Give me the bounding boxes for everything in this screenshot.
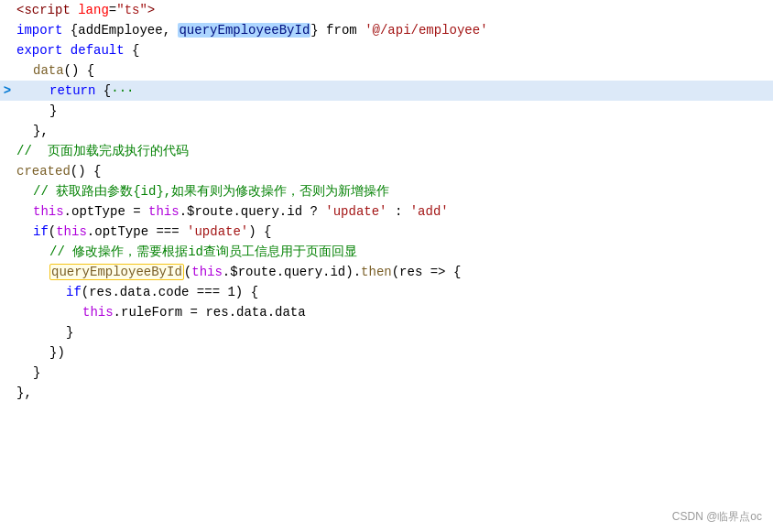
token-plain: { bbox=[95, 83, 111, 98]
code-line: queryEmployeeById(this.$route.query.id).… bbox=[0, 262, 773, 282]
code-line: created() { bbox=[0, 161, 773, 181]
token-kw2: this bbox=[191, 265, 223, 279]
code-line: if(this.optType === 'update') { bbox=[0, 222, 773, 242]
line-content: export default { bbox=[7, 40, 139, 60]
token-plain: }) bbox=[49, 345, 65, 360]
token-kw2: this bbox=[148, 204, 180, 219]
token-plain: addEmployee bbox=[78, 23, 162, 38]
token-kw: if bbox=[33, 224, 49, 239]
line-content: import {addEmployee, queryEmployeeById} … bbox=[7, 20, 488, 40]
code-line: } bbox=[0, 322, 773, 342]
token-comment: // 获取路由参数{id},如果有则为修改操作，否则为新增操作 bbox=[33, 184, 389, 199]
token-str: 'add' bbox=[410, 204, 449, 219]
token-plain: ( bbox=[49, 224, 56, 239]
token-plain: from bbox=[326, 23, 357, 38]
code-line: // 页面加载完成执行的代码 bbox=[0, 141, 773, 161]
token-str: '@/api/employee' bbox=[365, 23, 487, 38]
token-tag: > bbox=[147, 3, 155, 17]
line-content: <script lang="ts"> bbox=[7, 0, 155, 20]
token-comment: // 页面加载完成执行的代码 bbox=[16, 144, 189, 158]
token-highlight: queryEmployeeById bbox=[178, 23, 310, 38]
token-plain: (res => { bbox=[392, 265, 462, 279]
code-line: this.optType = this.$route.query.id ? 'u… bbox=[0, 201, 773, 222]
line-content: queryEmployeeById(this.$route.query.id).… bbox=[7, 262, 461, 282]
token-kw: if bbox=[66, 285, 82, 299]
code-line: // 修改操作，需要根据id查询员工信息用于页面回显 bbox=[0, 242, 773, 262]
line-content: }) bbox=[7, 342, 65, 363]
token-plain: } bbox=[33, 365, 40, 380]
token-plain bbox=[62, 43, 70, 58]
code-line: import {addEmployee, queryEmployeeById} … bbox=[0, 20, 773, 40]
line-content: // 修改操作，需要根据id查询员工信息用于页面回显 bbox=[7, 242, 357, 262]
watermark: CSDN @临界点oc bbox=[672, 509, 762, 525]
line-content: } bbox=[7, 101, 57, 121]
token-plain: ( bbox=[184, 265, 191, 279]
token-plain: } bbox=[310, 23, 326, 38]
code-line: }, bbox=[0, 121, 773, 141]
token-kw2: this bbox=[56, 224, 87, 239]
token-plain: .ruleForm = res.data.data bbox=[114, 305, 306, 320]
token-plain: { bbox=[125, 43, 140, 58]
token-plain: .$route.query.id ? bbox=[180, 204, 326, 219]
token-fn-highlight: queryEmployeeById bbox=[49, 264, 184, 280]
code-line: } bbox=[0, 363, 773, 383]
token-tag: <script bbox=[16, 3, 71, 17]
token-kw: import bbox=[16, 23, 62, 38]
token-kw2: this bbox=[82, 305, 114, 320]
token-plain: }, bbox=[16, 385, 32, 400]
token-plain: .optType === bbox=[87, 224, 187, 239]
token-comment: ··· bbox=[111, 83, 134, 98]
code-line: if(res.data.code === 1) { bbox=[0, 282, 773, 302]
token-plain: }, bbox=[33, 124, 49, 138]
token-fn: data bbox=[33, 63, 64, 78]
line-content: } bbox=[7, 363, 40, 383]
token-plain: = bbox=[109, 3, 116, 17]
token-fn: then bbox=[361, 265, 392, 279]
line-content: }, bbox=[7, 121, 49, 141]
token-plain bbox=[357, 23, 365, 38]
token-plain: .$route.query.id). bbox=[223, 265, 361, 279]
token-str: "ts" bbox=[116, 3, 147, 17]
token-kw: return bbox=[49, 83, 95, 98]
line-content: // 页面加载完成执行的代码 bbox=[7, 141, 189, 161]
token-plain: } bbox=[66, 325, 73, 340]
line-content: }, bbox=[7, 383, 32, 403]
token-plain: .optType = bbox=[64, 204, 148, 219]
code-line: <script lang="ts"> bbox=[0, 0, 773, 20]
token-attr: lang bbox=[78, 3, 109, 17]
token-kw: default bbox=[71, 43, 125, 58]
line-content: // 获取路由参数{id},如果有则为修改操作，否则为新增操作 bbox=[7, 181, 389, 201]
token-fn: created bbox=[16, 164, 71, 179]
line-indicator: > bbox=[0, 81, 15, 101]
token-plain: : bbox=[387, 204, 410, 219]
code-line: >return {··· bbox=[0, 81, 773, 101]
token-plain: () { bbox=[64, 63, 95, 78]
code-line: } bbox=[0, 101, 773, 121]
line-content: if(res.data.code === 1) { bbox=[7, 282, 258, 302]
token-plain: , bbox=[163, 23, 179, 38]
token-plain: } bbox=[49, 103, 57, 118]
line-content: this.ruleForm = res.data.data bbox=[7, 302, 306, 322]
token-kw: export bbox=[16, 43, 62, 58]
token-plain: (res.data.code === 1) { bbox=[82, 285, 258, 299]
token-plain: { bbox=[62, 23, 78, 38]
line-content: if(this.optType === 'update') { bbox=[7, 222, 271, 242]
line-content: data() { bbox=[7, 60, 94, 81]
code-line: data() { bbox=[0, 60, 773, 81]
line-content: } bbox=[7, 322, 73, 342]
token-str: 'update' bbox=[187, 224, 248, 239]
token-comment: // 修改操作，需要根据id查询员工信息用于页面回显 bbox=[49, 244, 357, 259]
line-content: return {··· bbox=[7, 81, 134, 101]
code-line: export default { bbox=[0, 40, 773, 60]
token-plain: () { bbox=[71, 164, 102, 179]
token-plain bbox=[71, 3, 78, 17]
token-kw2: this bbox=[33, 204, 64, 219]
code-line: // 获取路由参数{id},如果有则为修改操作，否则为新增操作 bbox=[0, 181, 773, 201]
code-editor: <script lang="ts">import {addEmployee, q… bbox=[0, 0, 773, 532]
line-content: this.optType = this.$route.query.id ? 'u… bbox=[7, 201, 449, 222]
line-content: created() { bbox=[7, 161, 101, 181]
token-str: 'update' bbox=[325, 204, 386, 219]
code-line: }) bbox=[0, 342, 773, 363]
token-plain: ) { bbox=[248, 224, 271, 239]
code-line: }, bbox=[0, 383, 773, 403]
